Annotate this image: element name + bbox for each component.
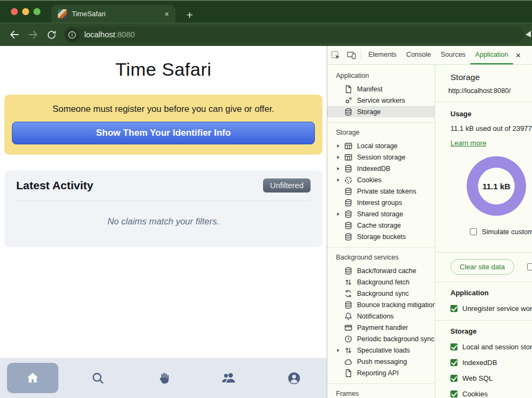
- cookies-checkbox[interactable]: [450, 390, 457, 397]
- learn-more-link[interactable]: Learn more: [450, 139, 486, 147]
- unfiltered-button[interactable]: Unfiltered: [263, 178, 311, 193]
- database-icon: [344, 210, 353, 218]
- tab-console[interactable]: Console: [401, 46, 436, 64]
- sidebar-item-local-storage[interactable]: Local storage: [327, 140, 435, 151]
- sidebar-item-speculative-loads[interactable]: Speculative loads: [327, 344, 435, 356]
- nav-profile[interactable]: [261, 358, 327, 398]
- sidebar-item-interest-groups[interactable]: Interest groups: [327, 197, 435, 208]
- show-identifier-info-button[interactable]: Show Them Your Identifier Info: [12, 122, 315, 144]
- expand-arrow-icon[interactable]: [337, 144, 344, 148]
- sidebar-item-back-forward-cache[interactable]: Back/forward cache: [327, 265, 435, 276]
- cursor: [526, 31, 531, 37]
- sidebar-item-reporting-api[interactable]: Reporting API: [327, 367, 435, 379]
- unregister-service-workers-row[interactable]: Unregister service wor: [450, 304, 532, 313]
- sidebar-item-storage[interactable]: Storage: [327, 106, 435, 117]
- device-toolbar-button[interactable]: [344, 46, 360, 64]
- sidebar-item-cache-storage[interactable]: Cache storage: [327, 220, 435, 231]
- home-active-button[interactable]: [7, 363, 58, 393]
- database-icon: [344, 221, 353, 230]
- local-session-storage-checkbox[interactable]: [450, 343, 457, 350]
- inspect-icon: [331, 51, 340, 60]
- sidebar-item-cookies[interactable]: Cookies: [327, 174, 435, 185]
- section-title: Application: [327, 69, 435, 83]
- include-cookies-row[interactable]: in: [527, 263, 532, 271]
- expand-arrow-icon[interactable]: [337, 178, 344, 182]
- sidebar-item-background-sync[interactable]: Background sync: [327, 288, 435, 299]
- new-tab-button[interactable]: +: [186, 9, 193, 21]
- storage-panel: Storage http://localhost:8080/ Usage 11.…: [435, 65, 532, 398]
- devtools-close-icon[interactable]: ✕: [515, 46, 526, 64]
- sidebar-item-shared-storage[interactable]: Shared storage: [327, 208, 435, 220]
- web-sql-row[interactable]: Web SQL: [450, 374, 532, 382]
- simulate-storage-row[interactable]: Simulate custom stora: [470, 228, 532, 236]
- reload-button[interactable]: [42, 30, 60, 40]
- storage-heading: Storage: [450, 327, 532, 335]
- nav-contacts[interactable]: [196, 358, 261, 398]
- expand-arrow-icon[interactable]: [337, 156, 344, 159]
- cookie-icon: [344, 176, 353, 184]
- storage-checkbox-section: Storage Local and session stor IndexedDB…: [435, 321, 532, 398]
- file-icon: [344, 85, 353, 94]
- browser-tabstrip: TimeSafari × +: [0, 0, 532, 23]
- clear-site-data-button[interactable]: Clear site data: [450, 259, 514, 275]
- page-title: Time Safari: [0, 59, 327, 80]
- cloud-icon: [344, 357, 353, 366]
- expand-arrow-icon[interactable]: [337, 213, 344, 216]
- close-window-button[interactable]: [11, 8, 18, 15]
- tab-close-icon[interactable]: ×: [165, 10, 169, 18]
- tab-sources[interactable]: Sources: [436, 46, 470, 64]
- local-session-storage-row[interactable]: Local and session stor: [450, 343, 532, 351]
- sidebar-item-manifest[interactable]: Manifest: [327, 83, 435, 95]
- browser-tab[interactable]: TimeSafari ×: [51, 5, 176, 23]
- browser-toolbar: localhost:8080: [0, 23, 532, 46]
- url-port: :8080: [115, 30, 134, 39]
- forward-button[interactable]: [24, 29, 42, 40]
- inspect-element-button[interactable]: [327, 46, 344, 64]
- sidebar-item-session-storage[interactable]: Session storage: [327, 151, 435, 163]
- sidebar-item-indexeddb[interactable]: IndexedDB: [327, 163, 435, 174]
- indexeddb-checkbox[interactable]: [450, 359, 457, 366]
- usage-section: Usage 11.1 kB used out of 239779 Learn m…: [435, 102, 532, 252]
- sidebar-item-service-workers[interactable]: Service workers: [327, 95, 435, 106]
- sidebar-section-frames: Frames top: [327, 383, 435, 398]
- reload-icon: [46, 30, 57, 40]
- sidebar-item-push-messaging[interactable]: Push messaging: [327, 356, 435, 367]
- indexeddb-row[interactable]: IndexedDB: [450, 359, 532, 367]
- panel-origin: http://localhost:8080/: [448, 87, 532, 95]
- bottom-navigation: [0, 358, 327, 398]
- sidebar-item-bounce-tracking-mitigation[interactable]: Bounce tracking mitigation: [327, 299, 435, 310]
- database-icon: [344, 108, 353, 116]
- divider: [16, 201, 311, 201]
- include-cookies-checkbox[interactable]: [527, 263, 532, 270]
- nav-search[interactable]: [65, 358, 131, 398]
- screen: TimeSafari × + localhost:8080 Time Safar…: [0, 0, 532, 398]
- sidebar-item-storage-buckets[interactable]: Storage buckets: [327, 231, 435, 242]
- search-icon: [91, 371, 105, 386]
- sidebar-item-periodic-background-sync[interactable]: Periodic background sync: [327, 333, 435, 344]
- site-info-button[interactable]: [65, 28, 79, 42]
- sidebar-item-background-fetch[interactable]: Background fetch: [327, 276, 435, 288]
- url-host: localhost: [84, 30, 115, 39]
- back-button[interactable]: [5, 29, 24, 40]
- section-title: Storage: [327, 126, 435, 140]
- cookies-row[interactable]: Cookies: [450, 390, 532, 398]
- expand-arrow-icon[interactable]: [337, 349, 344, 352]
- zoom-window-button[interactable]: [33, 8, 41, 15]
- expand-arrow-icon[interactable]: [337, 167, 344, 170]
- web-sql-checkbox[interactable]: [450, 375, 457, 382]
- database-icon: [344, 164, 353, 173]
- sidebar-item-notifications[interactable]: Notifications: [327, 310, 435, 322]
- unregister-service-workers-checkbox[interactable]: [450, 305, 457, 312]
- payment-card-icon: [344, 323, 353, 332]
- register-banner: Someone must register you before you can…: [4, 95, 322, 155]
- sidebar-item-payment-handler[interactable]: Payment handler: [327, 322, 435, 333]
- minimize-window-button[interactable]: [22, 8, 29, 15]
- simulate-storage-checkbox[interactable]: [470, 228, 477, 235]
- tab-application[interactable]: Application: [470, 46, 513, 64]
- sidebar-item-private-state-tokens[interactable]: Private state tokens: [327, 185, 435, 197]
- address-bar[interactable]: localhost:8080: [64, 26, 524, 43]
- nav-offers[interactable]: [131, 358, 196, 398]
- nav-home[interactable]: [0, 358, 65, 398]
- clock-icon: [344, 335, 353, 343]
- tab-elements[interactable]: Elements: [363, 46, 401, 64]
